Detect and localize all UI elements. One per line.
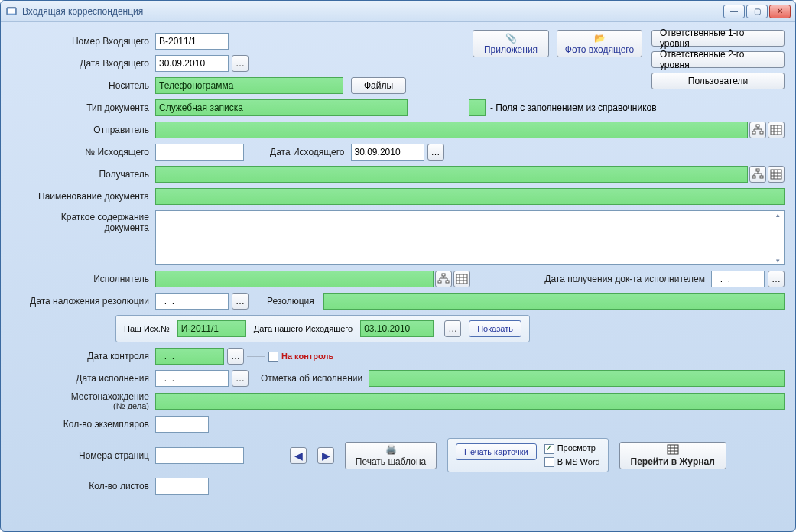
- app-icon: [5, 5, 18, 18]
- next-record-button[interactable]: ▶: [317, 447, 334, 464]
- sheets-label: Кол-во листов: [11, 481, 155, 491]
- maximize-button[interactable]: ▢: [746, 5, 768, 18]
- control-date-input[interactable]: [155, 348, 224, 365]
- svg-rect-12: [446, 281, 449, 283]
- svg-rect-11: [438, 281, 441, 283]
- resolution-label: Резолюция: [249, 296, 323, 307]
- resolution-input[interactable]: [323, 293, 785, 310]
- go-journal-label: Перейти в Журнал: [631, 456, 715, 467]
- outgoing-no-input[interactable]: [155, 144, 244, 161]
- titlebar: Входящая корреспонденция — ▢ ✕: [1, 1, 795, 22]
- svg-rect-8: [760, 176, 763, 178]
- exec-date-input[interactable]: [155, 370, 229, 387]
- svg-rect-9: [771, 170, 781, 179]
- our-out-no-input[interactable]: [177, 320, 246, 337]
- preview-label: Просмотр: [557, 443, 596, 453]
- minimize-button[interactable]: —: [723, 5, 745, 18]
- resolution-date-label: Дата наложения резолюции: [11, 296, 155, 307]
- close-button[interactable]: ✕: [769, 5, 791, 18]
- executor-hierarchy-button[interactable]: [435, 271, 452, 287]
- location-label-l2: (№ дела): [113, 401, 149, 410]
- copies-label: Кол-во экземпляров: [11, 419, 155, 430]
- doc-type-input[interactable]: [155, 99, 408, 116]
- sender-input[interactable]: [155, 122, 748, 138]
- exec-date-picker[interactable]: [232, 370, 249, 387]
- svg-rect-3: [752, 131, 755, 134]
- carrier-label: Носитель: [11, 80, 155, 91]
- attachments-icon: 📎: [505, 32, 517, 44]
- our-out-no-label: Наш Исх.№: [124, 324, 170, 333]
- our-out-date-picker[interactable]: [444, 320, 461, 337]
- svg-rect-14: [668, 445, 678, 454]
- summary-textarea[interactable]: [156, 211, 772, 264]
- incoming-date-label: Дата Входящего: [11, 58, 155, 69]
- exec-receive-date-input[interactable]: [711, 271, 765, 287]
- summary-scrollbar[interactable]: ▴▾: [772, 211, 784, 264]
- our-out-date-input[interactable]: [360, 320, 434, 337]
- printer-icon: 🖨️: [385, 444, 397, 456]
- recipient-input[interactable]: [155, 166, 748, 183]
- summary-label-l1: Краткое содержание: [61, 212, 149, 222]
- print-card-panel: Печать карточки Просмотр В MS Word: [447, 438, 609, 472]
- executor-label: Исполнитель: [11, 274, 155, 284]
- outgoing-date-label: Дата Исходящего: [264, 147, 351, 157]
- window-title: Входящая корреспонденция: [22, 6, 723, 17]
- recipient-hierarchy-button[interactable]: [749, 166, 766, 183]
- resolution-date-picker[interactable]: [232, 293, 249, 310]
- on-control-label: На контроль: [281, 352, 333, 361]
- sheets-input[interactable]: [155, 478, 209, 495]
- msword-label: В MS Word: [557, 457, 600, 466]
- outgoing-no-label: № Исходящего: [11, 147, 155, 157]
- copies-input[interactable]: [155, 416, 209, 433]
- print-card-button[interactable]: Печать карточки: [456, 443, 537, 460]
- sender-hierarchy-button[interactable]: [749, 122, 766, 138]
- control-date-picker[interactable]: [227, 348, 244, 365]
- executor-input[interactable]: [155, 271, 434, 287]
- incoming-date-input[interactable]: [155, 55, 229, 72]
- svg-rect-5: [771, 125, 781, 135]
- pages-input[interactable]: [155, 447, 244, 464]
- recipient-list-button[interactable]: [768, 166, 785, 183]
- incoming-no-label: Номер Входящего: [11, 36, 155, 47]
- outgoing-date-input[interactable]: [351, 144, 424, 161]
- print-template-button[interactable]: 🖨️ Печать шаблона: [345, 442, 437, 469]
- sender-list-button[interactable]: [768, 122, 785, 138]
- svg-rect-2: [756, 125, 759, 127]
- photo-incoming-label: Фото входящего: [565, 44, 634, 55]
- our-outgoing-panel: Наш Исх.№ Дата нашего Исходящего Показат…: [115, 315, 530, 342]
- summary-label-l2: документа: [104, 222, 149, 233]
- svg-rect-10: [442, 274, 445, 276]
- msword-checkbox[interactable]: [544, 457, 554, 467]
- svg-rect-13: [456, 274, 467, 284]
- location-input[interactable]: [155, 393, 785, 410]
- show-button[interactable]: Показать: [469, 320, 521, 337]
- on-control-checkbox[interactable]: [268, 352, 278, 362]
- users-button[interactable]: Пользователи: [651, 73, 785, 89]
- go-journal-button[interactable]: Перейти в Журнал: [619, 442, 726, 469]
- doc-name-input[interactable]: [155, 188, 785, 205]
- outgoing-date-picker[interactable]: [427, 144, 444, 161]
- exec-mark-input[interactable]: [369, 370, 785, 387]
- carrier-input[interactable]: [155, 77, 343, 94]
- responsible-level1-button[interactable]: Ответственные 1-го уровня: [651, 30, 785, 47]
- exec-receive-date-label: Дата получения док-та исполнителем: [538, 274, 711, 284]
- legend-swatch: [469, 99, 486, 116]
- doc-name-label: Наименование документа: [11, 191, 155, 202]
- summary-label: Краткое содержание документа: [11, 210, 155, 233]
- prev-record-button[interactable]: ◀: [290, 447, 307, 464]
- msword-option[interactable]: В MS Word: [544, 457, 600, 468]
- attachments-button[interactable]: 📎 Приложения: [473, 30, 549, 57]
- executor-list-button[interactable]: [453, 271, 470, 287]
- incoming-no-input[interactable]: [155, 33, 229, 50]
- responsible-level2-button[interactable]: Ответственные 2-го уровня: [651, 51, 785, 68]
- resolution-date-input[interactable]: [155, 293, 229, 310]
- sender-label: Отправитель: [11, 125, 155, 135]
- preview-checkbox[interactable]: [544, 444, 554, 454]
- incoming-date-picker[interactable]: [232, 55, 249, 72]
- preview-option[interactable]: Просмотр: [544, 443, 600, 454]
- photo-incoming-button[interactable]: 📂 Фото входящего: [557, 30, 642, 57]
- files-button[interactable]: Файлы: [351, 77, 406, 94]
- exec-receive-date-picker[interactable]: [768, 271, 785, 287]
- location-label: Местонахождение (№ дела): [11, 392, 155, 410]
- folder-open-icon: 📂: [594, 32, 606, 44]
